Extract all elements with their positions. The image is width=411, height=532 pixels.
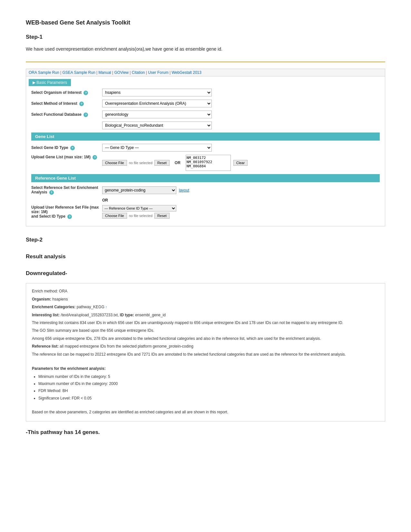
method-control: Overrepresentation Enrichment Analysis (… — [102, 100, 212, 107]
nav-manual[interactable]: Manual — [96, 70, 111, 75]
summary-enrich-cat-label: Enrichment Categories: — [32, 305, 77, 309]
database2-control: Biological_Process_noRedundant — [102, 122, 212, 129]
form-section: Select Organism of Interest ? hsapiens S… — [26, 86, 385, 226]
database-row: Select Functional Database ? geneontolog… — [31, 111, 380, 118]
summary-ref-value: all mapped entrezgene IDs from the selec… — [60, 344, 193, 349]
step1-heading: Step-1 — [26, 34, 385, 40]
summary-conclusion: Based on the above parameters, 2 categor… — [32, 409, 379, 415]
ref-set-row: Select Reference Set for Enrichment Anal… — [31, 185, 380, 195]
intro-text: We have used overrepresentation enrichme… — [26, 45, 385, 53]
method-help-icon[interactable]: ? — [79, 102, 84, 106]
param-4: Significance Level: FDR < 0.05 — [38, 395, 379, 401]
ref-section-bar: Reference Gene List — [31, 174, 380, 182]
summary-params-list: Minimum number of IDs in the category: 5… — [38, 373, 379, 402]
summary-organism-label: Organism: — [32, 297, 52, 301]
summary-list-info: The interesting list contains 834 user I… — [32, 320, 379, 326]
summary-among-info: Among 656 unique entrezgene IDs, 278 IDs… — [32, 335, 379, 342]
method-select[interactable]: Overrepresentation Enrichment Analysis (… — [102, 100, 212, 107]
ref-set-label: Select Reference Set for Enrichment Anal… — [31, 185, 102, 195]
layout-link[interactable]: layout — [179, 188, 189, 192]
file-input-row: Choose File no file selected Reset — [102, 160, 170, 166]
database-select[interactable]: geneontology — [102, 111, 212, 118]
or-label-genes: OR — [175, 161, 181, 165]
ref-help-icon[interactable]: ? — [49, 190, 54, 195]
method-label: Select Method of Interest ? — [31, 101, 102, 106]
gene-id-help-icon[interactable]: ? — [70, 146, 75, 150]
result-heading: Result analysis — [26, 253, 385, 260]
summary-ref-label: Reference list: — [32, 344, 60, 349]
result-section: Result analysis — [26, 253, 385, 260]
clear-button[interactable]: Clear — [233, 160, 248, 166]
database-label: Select Functional Database ? — [31, 112, 102, 117]
gene-id-row: Select Gene ID Type ? — Gene ID Type — — [31, 144, 380, 152]
no-file-label: no file selected — [129, 161, 152, 165]
nav-gsea-sample[interactable]: GSEA Sample Run — [60, 70, 95, 75]
upload-gene-help-icon[interactable]: ? — [93, 155, 97, 160]
upload-ref-controls: — Reference Gene ID Type — Choose File n… — [102, 205, 176, 219]
organism-row: Select Organism of Interest ? hsapiens — [31, 89, 380, 96]
choose-file-button[interactable]: Choose File — [102, 160, 127, 166]
database-help-icon[interactable]: ? — [83, 113, 88, 117]
reset2-button[interactable]: Reset — [154, 213, 170, 219]
upload-ref-row: Upload User Reference Set File (max size… — [31, 205, 380, 219]
summary-go-slim: The GO Slim summary are based upon the 6… — [32, 327, 379, 334]
summary-enrich-cat-value: pathway_KEGG ↑ — [77, 305, 107, 309]
upload-gene-row: Upload Gene List (max size: 1M) ? Choose… — [31, 155, 380, 171]
nav-user-forum[interactable]: User Forum — [146, 70, 169, 75]
reset-button[interactable]: Reset — [154, 160, 170, 166]
ref-id-select[interactable]: — Reference Gene ID Type — — [102, 205, 176, 212]
method-row: Select Method of Interest ? Overrepresen… — [31, 100, 380, 107]
param-2: Maximum number of IDs in the category: 2… — [38, 380, 379, 387]
pathway-note: -This pathway has 14 genes. — [26, 429, 385, 436]
param-3: FDR Method: BH — [38, 388, 379, 394]
step2-section: Step-2 — [26, 237, 385, 243]
organism-help-icon[interactable]: ? — [83, 91, 88, 95]
no-file2-label: no file selected — [129, 214, 152, 218]
summary-box: Enrich method: ORA Organism: hsapiens En… — [26, 283, 385, 421]
database-control: geneontology — [102, 111, 212, 118]
summary-params-heading: Parameters for the enrichment analysis: — [32, 365, 379, 372]
ref-set-select[interactable]: genome_protein-coding — [102, 186, 176, 194]
nav-ora-sample[interactable]: ORA Sample Run — [29, 70, 59, 75]
page-title: WEB-based Gene Set Analysis Toolkit — [26, 19, 385, 26]
organism-label: Select Organism of Interest ? — [31, 90, 102, 95]
database2-select[interactable]: Biological_Process_noRedundant — [102, 122, 212, 129]
nav-goview[interactable]: GOView — [112, 70, 129, 75]
summary-enrich-method: Enrich method: ORA — [32, 288, 379, 294]
gene-textarea[interactable]: NM_003172 NM_001097922 NM_006884 — [186, 155, 231, 171]
summary-interesting-label: Interesting list: — [32, 313, 61, 317]
param-1: Minimum number of IDs in the category: 5 — [38, 373, 379, 380]
summary-ref-mapped: The reference list can be mapped to 2021… — [32, 351, 379, 358]
upload-ref-help-icon[interactable]: ? — [67, 214, 72, 219]
step2-heading: Step-2 — [26, 237, 385, 243]
database2-row: Biological_Process_noRedundant — [31, 122, 380, 129]
divider — [26, 62, 385, 62]
choose-file2-button[interactable]: Choose File — [102, 213, 127, 219]
nav-citation[interactable]: Citation — [130, 70, 145, 75]
upload-ref-label: Upload User Reference Set File (max size… — [31, 205, 102, 219]
upload-gene-controls: Choose File no file selected Reset OR NM… — [102, 155, 248, 171]
ref-file-input-row: Choose File no file selected Reset — [102, 213, 176, 219]
downreg-heading: Downregulated- — [26, 270, 385, 277]
organism-control: hsapiens — [102, 89, 212, 96]
nav-webgestalt2013[interactable]: WebGestalt 2013 — [170, 70, 201, 75]
gene-id-label: Select Gene ID Type ? — [31, 145, 102, 150]
ref-set-controls: genome_protein-coding layout — [102, 186, 189, 194]
webgestalt-tool-container: ORA Sample Run GSEA Sample Run Manual GO… — [26, 69, 385, 226]
params-tab[interactable]: ▶ Basic Parameters — [29, 79, 71, 86]
downreg-section: Downregulated- — [26, 270, 385, 277]
summary-organism-value: hsapiens — [52, 297, 68, 301]
or-ref-label: OR — [102, 198, 380, 202]
summary-interesting-value: /textArea/upload_1552837233.txt, ID type… — [61, 313, 166, 317]
toolbar-nav: ORA Sample Run GSEA Sample Run Manual GO… — [26, 69, 385, 76]
gene-id-select[interactable]: — Gene ID Type — — [102, 144, 212, 152]
upload-gene-label: Upload Gene List (max size: 1M) ? — [31, 155, 102, 160]
gene-id-control: — Gene ID Type — — [102, 144, 212, 152]
organism-select[interactable]: hsapiens — [102, 89, 212, 96]
gene-list-section-bar: Gene List — [31, 133, 380, 141]
